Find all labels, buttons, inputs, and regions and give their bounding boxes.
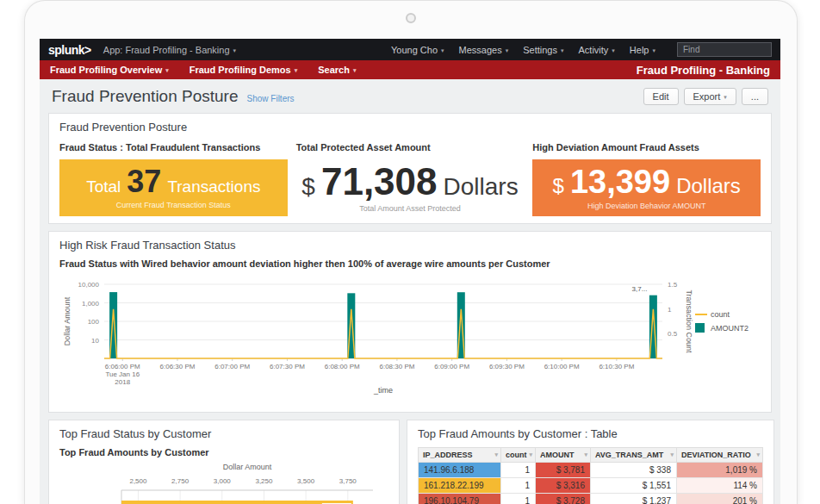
kpi-col-protected-assets: Total Protected Asset Amount $ 71,308 Do… xyxy=(296,142,525,216)
chevron-down-icon: ▾ xyxy=(295,67,298,73)
x-tick-label: 6:07:30 PM xyxy=(270,363,305,370)
menu-help-label: Help xyxy=(630,45,649,55)
cell-count[interactable]: 1 xyxy=(501,494,536,504)
x-tick-label: 6:09:00 PM xyxy=(434,363,469,370)
sort-icon: ▾ xyxy=(670,451,674,458)
kpi-value-line: $ 13,399 Dollars xyxy=(553,165,741,198)
nav-label: Fraud Profiling Overview xyxy=(50,65,162,75)
x-axis-title: _time xyxy=(373,386,393,395)
cell-avg-trans-amt[interactable]: $ 338 xyxy=(591,463,677,478)
cell-avg-trans-amt[interactable]: $ 1,237 xyxy=(591,494,677,504)
page-title: Fraud Prevention Posture xyxy=(52,87,239,106)
kpi-value: 37 xyxy=(127,166,161,197)
x-tick-label-extra: 2018 xyxy=(115,378,130,386)
legend-amount2-swatch xyxy=(695,323,705,333)
menu-activity[interactable]: Activity▾ xyxy=(579,45,615,55)
show-filters-link[interactable]: Show Filters xyxy=(247,94,295,103)
x-tick-label: 6:09:30 PM xyxy=(489,363,525,370)
menu-help[interactable]: Help▾ xyxy=(630,45,655,55)
chevron-down-icon: ▾ xyxy=(441,47,444,53)
kpi-value-line: $ 71,308 Dollars xyxy=(301,163,518,201)
kpi-header: High Deviation Amount Fraud Assets xyxy=(532,142,761,152)
customer-barchart-canvas: Dollar Amount2,5002,7503,0003,2503,5003,… xyxy=(59,461,378,504)
column-header-count[interactable]: count▾ xyxy=(501,448,536,463)
count-line[interactable] xyxy=(104,309,662,358)
app-menu[interactable]: App: Fraud Profiling - Banking▾ xyxy=(103,45,236,55)
kpi-panel: Fraud Prevention Posture Fraud Status : … xyxy=(48,113,772,224)
edit-button[interactable]: Edit xyxy=(643,88,679,105)
fraud-amounts-table: IP_ADDRESS▾ count▾ AMOUNT▾ AVG_TRANS_AMT… xyxy=(418,447,763,504)
x-tick-label-extra: Tue Jan 16 xyxy=(105,370,140,378)
export-button[interactable]: Export▾ xyxy=(684,88,736,105)
column-label: DEVIATION_RATIO xyxy=(681,451,751,459)
cell-deviation-ratio[interactable]: 201 % xyxy=(677,494,763,504)
cell-ip-address[interactable]: 196.10.104.79 xyxy=(419,494,501,504)
x-axis-title: Dollar Amount xyxy=(223,463,272,471)
y-right-tick-label: 1 xyxy=(668,306,672,314)
kpi-prefix: $ xyxy=(301,175,315,199)
kpi-prefix: Total xyxy=(86,178,121,195)
cell-count[interactable]: 1 xyxy=(501,478,536,494)
column-label: AMOUNT xyxy=(540,451,575,459)
table-row[interactable]: 196.10.104.791$ 3,728$ 1,237201 % xyxy=(419,494,763,504)
column-header-avg-trans-amt[interactable]: AVG_TRANS_AMT▾ xyxy=(591,448,677,463)
menu-username[interactable]: Young Cho▾ xyxy=(391,45,444,55)
kpi-row: Fraud Status : Total Fraudulent Transact… xyxy=(59,142,761,216)
more-button[interactable]: ... xyxy=(742,88,768,105)
cell-count[interactable]: 1 xyxy=(501,463,536,478)
cell-amount[interactable]: $ 3,781 xyxy=(536,463,591,478)
dashboard-actions: Edit Export▾ ... xyxy=(643,88,768,105)
nav-fraud-profiling-demos[interactable]: Fraud Profiling Demos▾ xyxy=(189,65,297,75)
cell-ip-address[interactable]: 141.96.6.188 xyxy=(419,463,501,478)
cell-avg-trans-amt[interactable]: $ 1,551 xyxy=(591,478,677,494)
kpi-suffix: Dollars xyxy=(676,176,741,196)
bottom-row: Top Fraud Status by Customer Top Fraud A… xyxy=(48,420,772,504)
y-right-tick-label: 0.5 xyxy=(668,330,678,338)
menu-messages-label: Messages xyxy=(459,45,502,55)
y-left-axis-title: Dollar Amount xyxy=(63,296,71,345)
barchart-subtitle: Top Fraud Amounts by Customer xyxy=(59,447,388,457)
kpi-subtitle: Current Fraud Transaction Status xyxy=(116,201,231,209)
x-tick-label: 6:10:00 PM xyxy=(544,363,580,370)
kpi-card-protected-amount[interactable]: $ 71,308 Dollars Total Amount Asset Prot… xyxy=(296,159,525,216)
cell-ip-address[interactable]: 161.218.22.199 xyxy=(419,478,501,494)
more-icon: ... xyxy=(751,91,759,102)
cell-deviation-ratio[interactable]: 1,019 % xyxy=(677,463,763,478)
x-tick-label: 6:06:00 PM xyxy=(105,363,140,370)
sort-icon: ▾ xyxy=(494,451,498,458)
x-tick-label: 6:10:30 PM xyxy=(599,363,634,370)
column-header-deviation-ratio[interactable]: DEVIATION_RATIO▾ xyxy=(677,448,763,463)
nav-fraud-profiling-overview[interactable]: Fraud Profiling Overview▾ xyxy=(50,65,169,75)
timechart-panel: High Risk Fraud Transaction Status Fraud… xyxy=(48,231,772,413)
x-tick-label: 6:08:00 PM xyxy=(325,363,360,370)
find-input[interactable] xyxy=(677,42,772,57)
kpi-card-high-deviation-amount[interactable]: $ 13,399 Dollars High Deviation Behavior… xyxy=(532,159,761,216)
cell-amount[interactable]: $ 3,728 xyxy=(536,494,591,504)
column-label: IP_ADDRESS xyxy=(423,451,473,459)
export-button-label: Export xyxy=(693,91,721,102)
kpi-value: 71,308 xyxy=(321,163,438,201)
menu-settings[interactable]: Settings▾ xyxy=(523,45,563,55)
y-left-tick-label: 10 xyxy=(91,337,99,345)
table-row[interactable]: 141.96.6.1881$ 3,781$ 3381,019 % xyxy=(419,463,763,478)
legend-count-label[interactable]: count xyxy=(711,310,730,319)
cell-deviation-ratio[interactable]: 114 % xyxy=(677,478,763,494)
customer-amount-bar[interactable] xyxy=(121,501,353,504)
nav-search[interactable]: Search▾ xyxy=(318,65,356,75)
column-header-amount[interactable]: AMOUNT▾ xyxy=(536,448,591,463)
timechart-canvas: 10,0001,000100101.510.56:06:00 PMTue Jan… xyxy=(59,272,761,401)
sort-icon: ▾ xyxy=(584,451,587,458)
column-header-ip-address[interactable]: IP_ADDRESS▾ xyxy=(419,448,501,463)
dashboard-body: Fraud Prevention Posture Show Filters Ed… xyxy=(40,79,780,504)
legend-amount2-label[interactable]: AMOUNT2 xyxy=(711,324,749,333)
cell-amount[interactable]: $ 3,316 xyxy=(536,478,591,494)
menu-settings-label: Settings xyxy=(523,45,557,55)
kpi-col-fraud-status: Fraud Status : Total Fraudulent Transact… xyxy=(59,142,288,216)
menu-messages[interactable]: Messages▾ xyxy=(459,45,509,55)
kpi-card-total-transactions[interactable]: Total 37 Transactions Current Fraud Tran… xyxy=(59,159,288,216)
kpi-subtitle: High Deviation Behavior AMOUNT xyxy=(587,202,706,210)
webcam-icon xyxy=(406,13,416,23)
kpi-suffix: Dollars xyxy=(444,175,519,199)
table-row[interactable]: 161.218.22.1991$ 3,316$ 1,551114 % xyxy=(419,478,763,494)
kpi-suffix: Transactions xyxy=(167,178,260,195)
